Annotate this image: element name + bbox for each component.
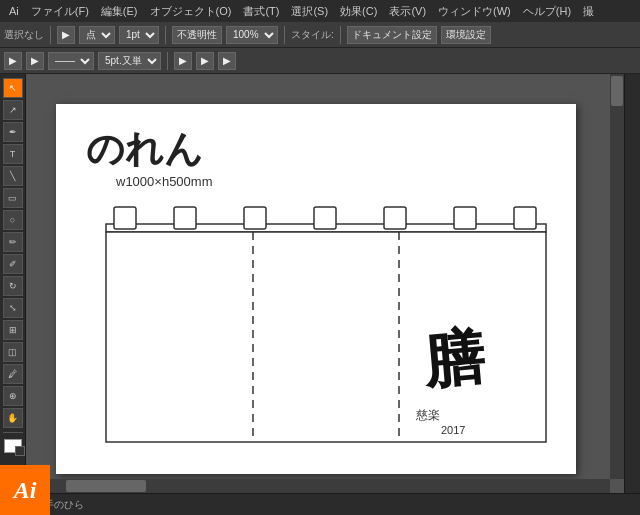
ai-logo-text: Ai [14, 477, 37, 504]
stroke-style-select[interactable]: —— [48, 52, 94, 70]
svg-rect-4 [314, 207, 336, 229]
opacity-select[interactable]: 100% [226, 26, 278, 44]
doc-settings-btn[interactable]: ドキュメント設定 [347, 26, 437, 44]
rect-tool[interactable]: ▭ [3, 188, 23, 208]
toolbar-separator-1 [50, 26, 51, 44]
selection-label: 選択なし [4, 28, 44, 42]
toolbar-separator-4 [340, 26, 341, 44]
canvas-noren-title: のれん [86, 124, 203, 175]
svg-rect-3 [244, 207, 266, 229]
stroke-width-select[interactable]: 1pt [119, 26, 159, 44]
hand-tool[interactable]: ✋ [3, 408, 23, 428]
stroke-arrow-btn[interactable]: ▶ [57, 26, 75, 44]
svg-rect-1 [114, 207, 136, 229]
toolbar-properties: 選択なし ▶ 点 1pt 不透明性 100% スタイル: ドキュメント設定 環境… [0, 22, 640, 48]
svg-text:2017: 2017 [441, 424, 465, 436]
canvas-area: のれん w1000×h500mm [26, 74, 624, 493]
tool-divider [3, 432, 23, 433]
tb2-btn2[interactable]: ▶ [26, 52, 44, 70]
point-select[interactable]: 点 [79, 26, 115, 44]
rotate-tool[interactable]: ↻ [3, 276, 23, 296]
menu-ai[interactable]: Ai [4, 3, 24, 19]
preferences-btn[interactable]: 環境設定 [441, 26, 491, 44]
noren-drawing: 膳 慈楽 2017 [96, 199, 556, 454]
menu-edit[interactable]: 編集(E) [96, 2, 143, 21]
style-label: スタイル: [291, 28, 334, 42]
fill-color[interactable] [4, 439, 22, 453]
scale-tool[interactable]: ⤡ [3, 298, 23, 318]
toolbar-secondary: ▶ ▶ —— 5pt.又単 ▶ ▶ ▶ [0, 48, 640, 74]
line-tool[interactable]: ╲ [3, 166, 23, 186]
menu-select[interactable]: 選択(S) [286, 2, 333, 21]
menu-effect[interactable]: 効果(C) [335, 2, 382, 21]
menu-bar: Ai ファイル(F) 編集(E) オブジェクト(O) 書式(T) 選択(S) 効… [0, 0, 640, 22]
type-tool[interactable]: T [3, 144, 23, 164]
zoom-tool[interactable]: ⊕ [3, 386, 23, 406]
ai-logo: Ai [0, 465, 50, 515]
canvas-dimensions-text: w1000×h500mm [116, 174, 212, 189]
eyedropper-tool[interactable]: 🖉 [3, 364, 23, 384]
direct-select-tool[interactable]: ↗ [3, 100, 23, 120]
panel-right [624, 74, 640, 493]
menu-extra[interactable]: 撮 [578, 2, 599, 21]
status-bar: 8 × 11 手のひら [0, 493, 640, 515]
stroke-color[interactable] [15, 446, 25, 456]
scrollbar-thumb-h[interactable] [66, 480, 146, 492]
menu-help[interactable]: ヘルプ(H) [518, 2, 576, 21]
svg-rect-7 [514, 207, 536, 229]
brush-tool[interactable]: ✏ [3, 232, 23, 252]
tb2-arrange-btn[interactable]: ▶ [174, 52, 192, 70]
tool-name: 手のひら [44, 498, 84, 512]
svg-text:慈楽: 慈楽 [415, 408, 440, 422]
svg-rect-5 [384, 207, 406, 229]
scrollbar-horizontal[interactable] [26, 479, 610, 493]
scrollbar-vertical[interactable] [610, 74, 624, 479]
blend-tool[interactable]: ⊞ [3, 320, 23, 340]
opacity-btn[interactable]: 不透明性 [172, 26, 222, 44]
tb2-separator [167, 52, 168, 70]
menu-file[interactable]: ファイル(F) [26, 2, 94, 21]
toolbar-separator-2 [165, 26, 166, 44]
menu-type[interactable]: 書式(T) [238, 2, 284, 21]
noren-svg: 膳 慈楽 2017 [96, 199, 556, 454]
tb2-align-btn[interactable]: ▶ [196, 52, 214, 70]
scrollbar-thumb-v[interactable] [611, 76, 623, 106]
pencil-tool[interactable]: ✐ [3, 254, 23, 274]
toolbox: ↖ ↗ ✒ T ╲ ▭ ○ ✏ ✐ ↻ ⤡ ⊞ ◫ 🖉 ⊕ ✋ [0, 74, 26, 493]
menu-view[interactable]: 表示(V) [384, 2, 431, 21]
menu-window[interactable]: ウィンドウ(W) [433, 2, 516, 21]
svg-rect-2 [174, 207, 196, 229]
ellipse-tool[interactable]: ○ [3, 210, 23, 230]
svg-rect-6 [454, 207, 476, 229]
toolbar-separator-3 [284, 26, 285, 44]
svg-text:膳: 膳 [420, 322, 488, 395]
main-area: ↖ ↗ ✒ T ╲ ▭ ○ ✏ ✐ ↻ ⤡ ⊞ ◫ 🖉 ⊕ ✋ のれん w100… [0, 74, 640, 493]
tb2-btn1[interactable]: ▶ [4, 52, 22, 70]
pen-tool[interactable]: ✒ [3, 122, 23, 142]
menu-object[interactable]: オブジェクト(O) [145, 2, 237, 21]
select-tool[interactable]: ↖ [3, 78, 23, 98]
document-canvas: のれん w1000×h500mm [56, 104, 576, 474]
stroke-pts-select[interactable]: 5pt.又単 [98, 52, 161, 70]
tb2-transform-btn[interactable]: ▶ [218, 52, 236, 70]
gradient-tool[interactable]: ◫ [3, 342, 23, 362]
